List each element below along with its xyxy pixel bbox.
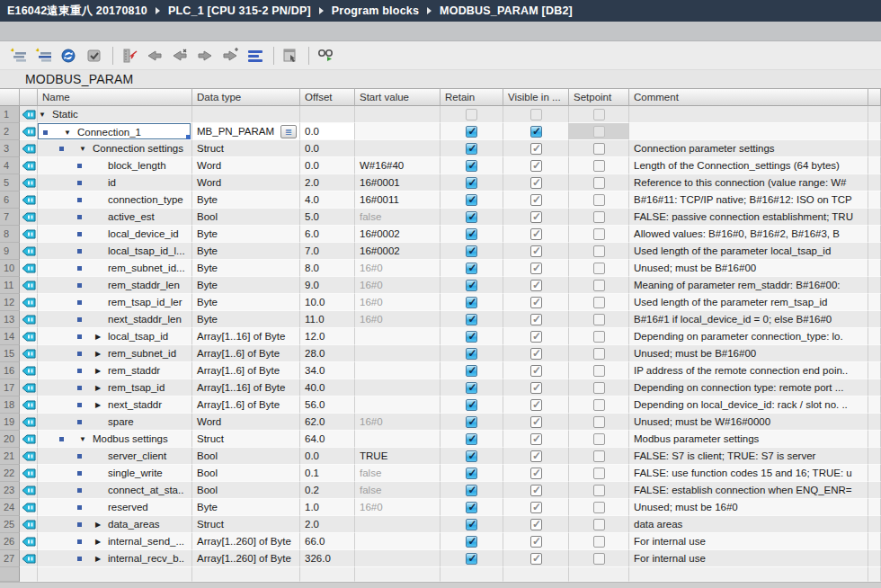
retain-checkbox[interactable] [466, 331, 477, 343]
start-value-cell[interactable] [355, 123, 440, 140]
setpoint-checkbox[interactable] [593, 194, 605, 206]
visible-in-hmi-checkbox[interactable] [530, 228, 542, 240]
setpoint-checkbox[interactable] [593, 245, 605, 257]
column-header-offset[interactable]: Offset [300, 88, 355, 106]
expand-icon[interactable]: ▶ [95, 329, 101, 344]
name-cell[interactable]: rem_subnet_id... [38, 260, 192, 277]
retain-checkbox[interactable] [466, 365, 477, 377]
visible-in-hmi-checkbox[interactable] [530, 177, 542, 189]
data-type-cell[interactable]: Array[1..260] of Byte [192, 550, 300, 567]
column-header-blank[interactable] [20, 88, 38, 106]
name-cell[interactable]: active_est [38, 209, 192, 226]
name-cell[interactable]: ▶internal_recv_b.. [38, 550, 192, 567]
retain-checkbox[interactable] [466, 450, 477, 462]
start-value-cell[interactable] [355, 379, 440, 396]
comment-cell[interactable]: Depending on parameter connection_type: … [629, 328, 868, 345]
name-cell[interactable]: id [38, 174, 192, 192]
visible-in-hmi-checkbox[interactable] [530, 348, 542, 360]
data-type-cell[interactable]: Struct [192, 140, 300, 157]
setpoint-checkbox[interactable] [593, 433, 605, 445]
start-value-cell[interactable] [355, 533, 440, 550]
setpoint-checkbox[interactable] [593, 211, 605, 223]
collapse-icon[interactable]: ▼ [64, 125, 71, 140]
name-cell[interactable]: ▼Modbus settings [38, 431, 192, 448]
comment-cell[interactable]: data areas [629, 516, 868, 533]
comment-cell[interactable]: FALSE: S7 is client; TRUE: S7 is server [629, 448, 868, 465]
data-type-cell[interactable]: Word [192, 157, 300, 174]
row-number[interactable]: 9 [0, 243, 20, 260]
retain-checkbox[interactable] [466, 297, 477, 308]
visible-in-hmi-checkbox[interactable] [530, 416, 542, 428]
retain-checkbox[interactable] [466, 280, 477, 291]
copy-snapshot-button[interactable] [143, 45, 166, 67]
start-value-cell[interactable] [355, 345, 440, 362]
row-number[interactable]: 7 [0, 209, 20, 226]
row-number[interactable]: 15 [0, 345, 20, 362]
insert-row-button[interactable] [7, 45, 31, 67]
retain-checkbox[interactable] [466, 143, 477, 155]
row-number[interactable]: 23 [0, 482, 20, 499]
data-type-cell[interactable]: Array[1..6] of Byte [192, 362, 300, 379]
retain-checkbox[interactable] [466, 160, 477, 172]
column-header-setpoint[interactable]: Setpoint [569, 88, 629, 106]
setpoint-checkbox[interactable] [593, 553, 605, 565]
visible-in-hmi-checkbox[interactable] [530, 468, 542, 479]
setpoint-checkbox[interactable] [593, 365, 605, 377]
column-header-visible-in[interactable]: Visible in ... [503, 88, 569, 106]
start-value-cell[interactable]: 16#0002 [355, 226, 440, 243]
name-cell[interactable]: reserved [38, 499, 192, 516]
data-type-cell[interactable]: Word [192, 174, 300, 192]
data-type-cell[interactable]: Array[1..6] of Byte [192, 345, 300, 362]
row-number[interactable]: 5 [0, 174, 20, 192]
name-cell[interactable]: ▶rem_subnet_id [38, 345, 192, 362]
expand-icon[interactable]: ▶ [95, 551, 101, 566]
setpoint-checkbox[interactable] [593, 416, 605, 428]
name-cell[interactable]: ▶local_tsap_id [38, 328, 192, 345]
visible-in-hmi-checkbox[interactable] [530, 450, 542, 462]
visible-in-hmi-checkbox[interactable] [530, 536, 542, 548]
start-value-cell[interactable]: 16#0 [355, 414, 440, 431]
name-cell[interactable]: ▼Connection_1 [38, 123, 192, 140]
visible-in-hmi-checkbox[interactable] [530, 314, 542, 325]
row-number[interactable]: 17 [0, 379, 20, 396]
setpoint-checkbox[interactable] [593, 177, 605, 189]
name-cell[interactable]: rem_staddr_len [38, 277, 192, 294]
comment-cell[interactable]: Connection parameter settings [629, 140, 868, 157]
setpoint-checkbox[interactable] [593, 399, 605, 411]
name-cell[interactable]: ▼Connection settings [38, 140, 192, 157]
comment-cell[interactable]: Unused; must be B#16#00 [629, 345, 868, 362]
retain-checkbox[interactable] [466, 468, 477, 479]
row-number[interactable]: 20 [0, 431, 20, 448]
start-value-cell[interactable]: 16#0 [355, 260, 440, 277]
name-cell[interactable]: ▼Static [38, 106, 192, 123]
data-type-cell[interactable]: Byte [192, 226, 300, 243]
expand-icon[interactable]: ▶ [95, 534, 101, 549]
comment-cell[interactable]: Reference to this connection (value rang… [629, 174, 868, 192]
visible-in-hmi-checkbox[interactable] [530, 331, 542, 343]
data-type-cell[interactable] [192, 106, 300, 123]
data-type-cell[interactable]: Byte [192, 499, 300, 516]
column-header-comment[interactable]: Comment [629, 88, 868, 106]
name-cell[interactable]: ▶next_staddr [38, 396, 192, 414]
visible-in-hmi-checkbox[interactable] [530, 365, 542, 377]
start-value-cell[interactable]: 16#0002 [355, 243, 440, 260]
setpoint-checkbox[interactable] [593, 160, 605, 172]
name-edit-box[interactable]: ▼Connection_1 [38, 123, 191, 139]
start-value-cell[interactable]: false [355, 465, 440, 482]
snapshot-button[interactable] [118, 45, 141, 67]
edit-box-handle[interactable] [186, 135, 191, 139]
retain-checkbox[interactable] [466, 263, 477, 274]
setpoint-checkbox[interactable] [593, 348, 605, 360]
retain-checkbox[interactable] [466, 194, 477, 206]
collapse-icon[interactable]: ▼ [79, 432, 86, 447]
comment-cell[interactable]: FALSE: establish connection when ENQ_ENR… [629, 482, 868, 499]
visible-in-hmi-checkbox[interactable] [530, 126, 542, 138]
breadcrumb-item[interactable]: PLC_1 [CPU 315-2 PN/DP] [168, 4, 311, 17]
column-header-blank[interactable] [0, 88, 20, 106]
data-type-cell[interactable]: Struct [192, 516, 300, 533]
visible-in-hmi-checkbox[interactable] [530, 160, 542, 172]
visible-in-hmi-checkbox[interactable] [530, 502, 542, 513]
setpoint-checkbox[interactable] [593, 502, 605, 513]
comment-cell[interactable]: Allowed values: B#16#0, B#16#2, B#16#3, … [629, 226, 868, 243]
row-number[interactable]: 25 [0, 516, 20, 533]
